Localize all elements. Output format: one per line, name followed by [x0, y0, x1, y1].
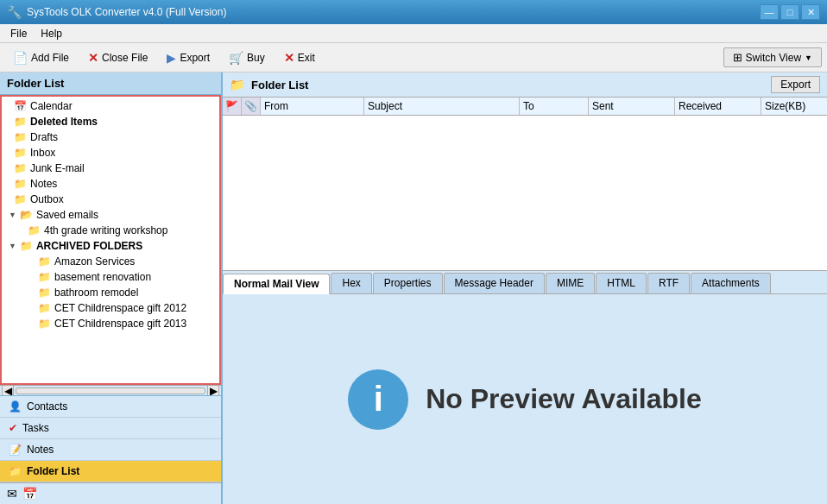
clip-icon: 📎 — [244, 100, 257, 112]
horizontal-scroll-area: ◀ ▶ — [0, 385, 221, 395]
col-from-header[interactable]: From — [261, 98, 364, 115]
cet2013-folder-icon: 📁 — [38, 318, 51, 330]
tree-item-outbox[interactable]: 📁 Outbox — [2, 192, 219, 207]
saved-expand-icon: ▼ — [9, 211, 16, 219]
right-panel: 📁 Folder List Export 🚩 📎 From Subject To… — [223, 72, 827, 504]
app-icon: 🔧 — [7, 5, 22, 19]
tree-item-cet2012[interactable]: 📁 CET Childrenspace gift 2012 — [2, 300, 219, 316]
exit-button[interactable]: ✕ Exit — [276, 47, 323, 68]
inbox-folder-icon: 📁 — [14, 147, 27, 159]
archived-expand-icon: ▼ — [9, 242, 16, 250]
bottom-nav: 👤 Contacts ✔ Tasks 📝 Notes 📁 Folder List — [0, 395, 221, 482]
cet2012-label: CET Childrenspace gift 2012 — [54, 302, 186, 314]
col-size-header[interactable]: Size(KB) — [761, 98, 827, 115]
outbox-label: Outbox — [30, 193, 64, 205]
tree-item-basement[interactable]: 📁 basement renovation — [2, 269, 219, 285]
tree-item-inbox[interactable]: 📁 Inbox — [2, 145, 219, 161]
tab-rtf[interactable]: RTF — [647, 273, 690, 293]
bathroom-label: bathroom remodel — [54, 287, 138, 299]
col-to-header[interactable]: To — [520, 98, 589, 115]
col-received-header[interactable]: Received — [675, 98, 761, 115]
cet2012-folder-icon: 📁 — [38, 302, 51, 314]
archived-folder-icon: 📁 — [20, 240, 33, 252]
tab-mime[interactable]: MIME — [546, 273, 595, 293]
notes-nav-label: Notes — [27, 444, 54, 456]
add-file-button[interactable]: 📄 Add File — [5, 47, 77, 68]
flag-icon: 🚩 — [225, 100, 238, 112]
app-title: SysTools OLK Converter v4.0 (Full Versio… — [27, 6, 226, 18]
drafts-folder-icon: 📁 — [14, 131, 27, 143]
dropdown-arrow-icon: ▼ — [805, 54, 812, 62]
tab-message-header[interactable]: Message Header — [444, 273, 545, 293]
basement-label: basement renovation — [54, 271, 151, 283]
window-controls: — □ ✕ — [760, 4, 820, 20]
tab-attachments[interactable]: Attachments — [691, 273, 771, 293]
nav-contacts[interactable]: 👤 Contacts — [0, 396, 221, 418]
calendar-folder-icon: 📅 — [14, 100, 27, 112]
email-list-header: 🚩 📎 From Subject To Sent Received Size(K… — [223, 98, 827, 116]
tab-hex[interactable]: Hex — [331, 273, 371, 293]
bottom-icons-row: ✉ 📅 — [0, 482, 221, 504]
tree-item-saved[interactable]: ▼ 📂 Saved emails — [2, 207, 219, 223]
right-export-button[interactable]: Export — [771, 76, 820, 93]
close-file-button[interactable]: ✕ Close File — [80, 47, 155, 68]
col-sent-header[interactable]: Sent — [589, 98, 675, 115]
tree-item-calendar[interactable]: 📅 Calendar — [2, 98, 219, 114]
amazon-folder-icon: 📁 — [38, 255, 51, 268]
inbox-label: Inbox — [30, 147, 55, 159]
main-layout: Folder List 📅 Calendar 📁 Deleted Items 📁 — [0, 72, 827, 504]
tab-normal-mail[interactable]: Normal Mail View — [223, 274, 330, 294]
folder-list-title: Folder List — [7, 77, 64, 90]
tree-item-archived[interactable]: ▼ 📁 ARCHIVED FOLDERS — [2, 238, 219, 254]
deleted-folder-icon: 📁 — [14, 116, 27, 128]
tab-html[interactable]: HTML — [596, 273, 647, 293]
tree-item-cet2013[interactable]: 📁 CET Childrenspace gift 2013 — [2, 316, 219, 331]
email-icon[interactable]: ✉ — [7, 487, 17, 501]
preview-info-icon: i — [348, 369, 408, 430]
tree-item-junk[interactable]: 📁 Junk E-mail — [2, 161, 219, 176]
archived-label: ARCHIVED FOLDERS — [36, 240, 142, 252]
junk-folder-icon: 📁 — [14, 162, 27, 174]
horizontal-scrollbar[interactable] — [16, 387, 205, 394]
minimize-button[interactable]: — — [760, 4, 779, 20]
tree-item-bathroom[interactable]: 📁 bathroom remodel — [2, 285, 219, 300]
col-subject-header[interactable]: Subject — [364, 98, 520, 115]
folderlist-label: Folder List — [27, 465, 79, 477]
tree-item-deleted[interactable]: 📁 Deleted Items — [2, 114, 219, 129]
toolbar: 📄 Add File ✕ Close File ▶ Export 🛒 Buy ✕… — [0, 43, 827, 72]
tab-properties[interactable]: Properties — [373, 273, 443, 293]
switch-view-button[interactable]: ⊞ Switch View ▼ — [723, 47, 822, 67]
notes-nav-icon: 📝 — [9, 444, 22, 456]
close-file-icon: ✕ — [88, 51, 98, 65]
nav-notes[interactable]: 📝 Notes — [0, 439, 221, 461]
switch-view-icon: ⊞ — [733, 51, 742, 64]
tree-item-4thgrade[interactable]: 📁 4th grade writing workshop — [2, 223, 219, 238]
nav-tasks[interactable]: ✔ Tasks — [0, 418, 221, 439]
col-clip: 📎 — [242, 98, 261, 115]
right-panel-header: 📁 Folder List Export — [223, 72, 827, 98]
tree-item-amazon[interactable]: 📁 Amazon Services — [2, 254, 219, 269]
left-panel: Folder List 📅 Calendar 📁 Deleted Items 📁 — [0, 72, 223, 504]
maximize-button[interactable]: □ — [780, 4, 799, 20]
right-panel-folder-icon: 📁 — [230, 78, 244, 91]
tree-item-notes[interactable]: 📁 Notes — [2, 176, 219, 192]
export-button[interactable]: ▶ Export — [159, 47, 218, 68]
outbox-folder-icon: 📁 — [14, 193, 27, 205]
4thgrade-folder-icon: 📁 — [28, 224, 41, 236]
junk-label: Junk E-mail — [30, 162, 85, 174]
4thgrade-label: 4th grade writing workshop — [44, 224, 167, 236]
nav-folderlist[interactable]: 📁 Folder List — [0, 461, 221, 482]
tasks-label: Tasks — [22, 422, 49, 434]
calendar-label: Calendar — [30, 100, 73, 112]
close-button[interactable]: ✕ — [801, 4, 820, 20]
tabs-bar: Normal Mail View Hex Properties Message … — [223, 271, 827, 294]
calendar-small-icon[interactable]: 📅 — [22, 487, 37, 501]
menu-help[interactable]: Help — [34, 26, 69, 41]
buy-button[interactable]: 🛒 Buy — [221, 47, 273, 68]
buy-icon: 🛒 — [229, 51, 243, 65]
right-panel-title: Folder List — [251, 79, 308, 91]
drafts-label: Drafts — [30, 131, 58, 143]
cet2013-label: CET Childrenspace gift 2013 — [54, 318, 186, 330]
menu-file[interactable]: File — [3, 26, 34, 41]
tree-item-drafts[interactable]: 📁 Drafts — [2, 129, 219, 145]
